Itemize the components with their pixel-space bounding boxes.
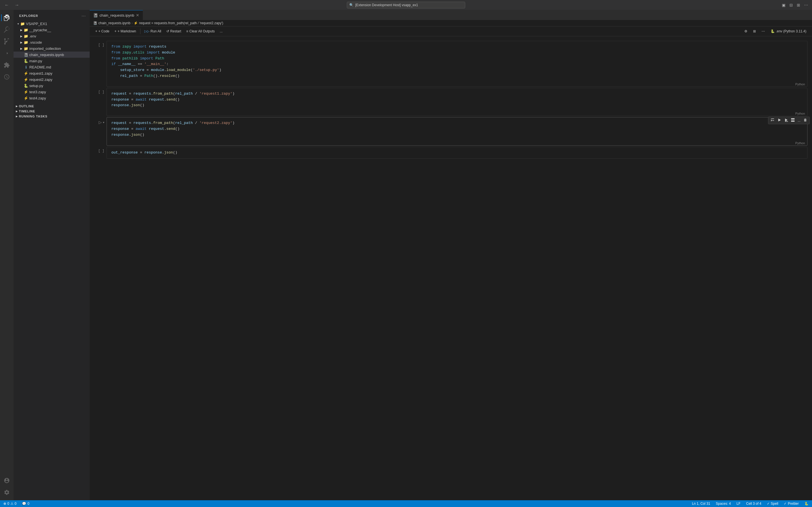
cell-split-button[interactable] — [790, 117, 796, 123]
sidebar-item-extensions[interactable] — [1, 59, 12, 71]
notebook-more-button[interactable]: ⋯ — [759, 28, 767, 34]
cell-1-code[interactable]: from zapy import requests from zapy.util… — [107, 41, 807, 82]
breadcrumb-icon-1: 📓 — [93, 21, 97, 25]
env-icon: 🐍 — [770, 29, 775, 33]
imported-arrow: ▶ — [19, 46, 24, 51]
restart-button[interactable]: ↺ Restart — [164, 28, 184, 34]
breadcrumb-icon-2: ⚡ — [134, 21, 138, 25]
sidebar-item-timeline[interactable] — [1, 71, 12, 82]
cell-2-body[interactable]: request = requests.from_path(rel_path / … — [107, 88, 808, 116]
cell-4-wrapper: [ ] out_response = response.json() — [90, 147, 812, 159]
activity-bar-bottom — [1, 475, 12, 500]
cell-3-gutter: ▷ ▾ — [90, 117, 107, 145]
cell-run-below-button[interactable] — [783, 117, 789, 123]
tree-item-env[interactable]: ▶ 📁 .env — [13, 33, 90, 39]
cell-3-code[interactable]: request = requests.from_path(rel_path / … — [107, 117, 807, 140]
cell-3-run-button[interactable]: ▷ — [98, 119, 103, 126]
encoding-item[interactable]: LF — [735, 502, 742, 506]
spaces-text: Spaces: 4 — [716, 502, 731, 506]
add-code-button[interactable]: + + Code — [93, 28, 112, 34]
tree-item-pycache[interactable]: ▶ 📁 __pycache__ — [13, 27, 90, 33]
zapy-icon-1: ⚡ — [24, 71, 28, 75]
run-all-button[interactable]: ▷▷ Run All — [142, 28, 163, 34]
clear-all-icon: ≡ — [186, 29, 188, 33]
cell-2-bracket: [ ] — [98, 90, 104, 94]
env-badge[interactable]: 🐍 .env (Python 3.11.4) — [768, 29, 809, 34]
outline-section[interactable]: ▶ OUTLINE — [13, 103, 90, 108]
title-bar-search[interactable]: 🔍 [Extension Development Host] vsapp_ex1 — [347, 2, 465, 8]
add-markdown-button[interactable]: + + Markdown — [112, 28, 139, 34]
pycache-folder-icon: 📁 — [24, 27, 28, 32]
cell-3-run-arrow[interactable]: ▾ — [103, 121, 104, 124]
prettier-item[interactable]: ✓ Prettier — [783, 502, 800, 506]
tree-item-imported[interactable]: ▶ 📁 imported_collection — [13, 45, 90, 52]
notebook-settings-button[interactable]: ⚙ — [742, 28, 750, 34]
tree-item-root[interactable]: ▾ 📁 VSAPP_EX1 — [13, 20, 90, 27]
tree-item-main[interactable]: 🐍 main.py — [13, 58, 90, 64]
cell-4: [ ] out_response = response.json() — [90, 147, 812, 159]
tree-item-request2[interactable]: ⚡ request2.zapy — [13, 76, 90, 82]
cell-more-button[interactable]: ... — [797, 117, 802, 123]
add-code-icon: + — [95, 29, 97, 33]
running-tasks-section[interactable]: ▶ RUNNING TASKS — [13, 114, 90, 119]
tree-item-request1[interactable]: ⚡ request1.zapy — [13, 70, 90, 76]
zapy-icon-3: ⚡ — [24, 90, 28, 94]
sidebar-item-search[interactable] — [1, 24, 12, 35]
clear-all-button[interactable]: ≡ Clear All Outputs — [184, 28, 217, 34]
toolbar-more-icon: ... — [220, 29, 223, 33]
spell-item[interactable]: ✓ Spell — [766, 502, 779, 506]
sidebar-header-actions: ⋯ — [81, 13, 86, 19]
cell-2-code[interactable]: request = requests.from_path(rel_path / … — [107, 88, 807, 111]
notebook-split-button[interactable]: ⊞ — [751, 28, 758, 34]
layout-btn-2[interactable]: ⊟ — [788, 2, 794, 8]
layout-btn-4[interactable]: ⋯ — [803, 2, 809, 8]
python-icon-setup: 🐍 — [24, 83, 28, 88]
sidebar-more-button[interactable]: ⋯ — [81, 13, 86, 19]
main-label: main.py — [29, 59, 42, 63]
notebook-content: [ ] from zapy import requests from zapy.… — [90, 36, 812, 500]
python-status-item[interactable]: 🐍 — [803, 502, 810, 506]
run-all-label: Run All — [151, 29, 161, 33]
warning-icon: ⚠ — [10, 502, 13, 506]
tab-chain-requests[interactable]: 📓 chain_requests.ipynb ✕ — [90, 10, 143, 20]
settings-icon[interactable] — [1, 487, 12, 498]
readme-label: README.md — [29, 65, 51, 69]
tree-item-readme[interactable]: ℹ README.md — [13, 64, 90, 70]
forward-button[interactable]: → — [13, 2, 21, 8]
cell-4-body[interactable]: out_response = response.json() — [107, 147, 808, 159]
cell-execute-above-button[interactable] — [769, 117, 776, 123]
sidebar-item-source-control[interactable] — [1, 36, 12, 47]
cell-run-button[interactable] — [776, 117, 782, 123]
accounts-icon[interactable] — [1, 475, 12, 486]
sidebar-item-run[interactable] — [1, 48, 12, 59]
cell-3-body[interactable]: request = requests.from_path(rel_path / … — [107, 117, 808, 145]
cell-1-body[interactable]: from zapy import requests from zapy.util… — [107, 41, 808, 87]
breadcrumb-file[interactable]: chain_requests.ipynb — [98, 21, 130, 25]
tab-close-button[interactable]: ✕ — [136, 13, 139, 17]
position-item[interactable]: Ln 1, Col 31 — [691, 502, 711, 506]
toolbar-more-button[interactable]: ... — [218, 28, 225, 34]
layout-btn-1[interactable]: ▣ — [781, 2, 786, 8]
tree-item-vscode[interactable]: ▶ 📁 .vscode — [13, 39, 90, 45]
breadcrumb-location[interactable]: request = requests.from_path(rel_path / … — [139, 21, 223, 25]
cell-4-code[interactable]: out_response = response.json() — [107, 147, 807, 159]
tree-item-setup[interactable]: 🐍 setup.py — [13, 82, 90, 89]
spaces-item[interactable]: Spaces: 4 — [715, 502, 732, 506]
tree-item-chain-requests[interactable]: 📓 chain_requests.ipynb — [13, 52, 90, 58]
timeline-section[interactable]: ▶ TIMELINE — [13, 108, 90, 114]
status-error-item[interactable]: ⊗ 0 ⚠ 0 — [2, 502, 17, 506]
sidebar-item-explorer[interactable] — [1, 12, 12, 23]
layout-btn-3[interactable]: ⊞ — [796, 2, 801, 8]
tree-item-test4[interactable]: ⚡ test4.zapy — [13, 95, 90, 101]
chain-requests-label: chain_requests.ipynb — [29, 53, 64, 57]
sidebar-header: EXPLORER ⋯ — [13, 10, 90, 20]
cell-info-item[interactable]: Cell 3 of 4 — [745, 502, 762, 506]
explorer-title: EXPLORER — [19, 14, 38, 17]
status-info-item[interactable]: 💬 0 — [21, 502, 31, 506]
env-arrow: ▶ — [19, 34, 24, 38]
back-button[interactable]: ← — [3, 2, 11, 8]
tree-item-test3[interactable]: ⚡ test3.zapy — [13, 89, 90, 95]
restart-label: Restart — [170, 29, 181, 33]
outline-arrow: ▶ — [16, 105, 18, 108]
cell-delete-button[interactable] — [802, 117, 808, 123]
